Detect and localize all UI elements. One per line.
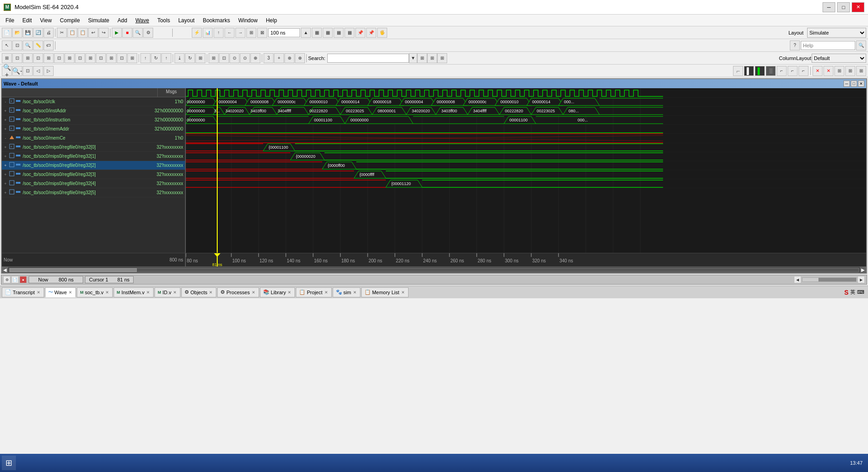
menu-tools[interactable]: Tools xyxy=(154,16,174,25)
tb-wave-sig7[interactable]: ⌐ xyxy=(798,66,808,76)
tb-help-go[interactable]: 🔍 xyxy=(856,40,866,50)
wave-close-btn[interactable]: ✕ xyxy=(858,80,864,87)
taskbar-start[interactable]: ⊞ xyxy=(2,456,16,470)
tb-w7[interactable]: ⊞ xyxy=(65,53,75,63)
search-input[interactable] xyxy=(327,54,409,63)
tb-sim5[interactable]: → xyxy=(235,28,245,38)
tb-zoom-full[interactable]: ⊡ xyxy=(23,66,33,76)
scroll-right-btn[interactable]: ▶ xyxy=(860,267,866,273)
menu-add[interactable]: Add xyxy=(114,16,131,25)
signal-row-clk[interactable]: - + /soc_tb/soc0/clk 1'h0 xyxy=(2,97,185,106)
search-dropdown-btn[interactable]: ▼ xyxy=(409,53,417,63)
tb-undo[interactable]: ↩ xyxy=(88,28,98,38)
tb-w9[interactable]: ⊞ xyxy=(85,53,95,63)
tb-copy[interactable]: 📋 xyxy=(67,28,77,38)
tb-sim12[interactable]: 📌 xyxy=(355,28,365,38)
tb-sim3[interactable]: ↑ xyxy=(214,28,224,38)
scroll-thumb[interactable] xyxy=(10,268,137,272)
tb-zoom-out[interactable]: 🔍- xyxy=(12,66,22,76)
tb-help[interactable]: ? xyxy=(790,40,800,50)
tb-save[interactable]: 💾 xyxy=(23,28,33,38)
tb-wave-x5[interactable]: ⊞ xyxy=(856,66,866,76)
signal-row-reg32-0[interactable]: + + /soc_tb/soc0/mips0/regfile0/reg32[0]… xyxy=(2,143,185,152)
search-go1[interactable]: ⊞ xyxy=(417,53,427,63)
expand-memAddr[interactable]: + xyxy=(2,127,9,131)
tb-zoom-next[interactable]: ▷ xyxy=(44,66,54,76)
expand-reg32-0[interactable]: + xyxy=(2,145,9,150)
expand-reg32-1[interactable]: + xyxy=(2,154,9,159)
tb-find[interactable]: 🔍 xyxy=(133,28,143,38)
tb-label[interactable]: 🏷 xyxy=(44,40,54,50)
tb-paste[interactable]: 📋 xyxy=(78,28,88,38)
signal-row-instAddr[interactable]: + + /soc_tb/soc0/instAddr 32'h00000000 xyxy=(2,106,185,115)
menu-help[interactable]: Help xyxy=(262,16,281,25)
tb-sim6[interactable]: ⊞ xyxy=(246,28,256,38)
tb-w26[interactable]: + xyxy=(274,53,284,63)
tb-w3[interactable]: ⊞ xyxy=(23,53,33,63)
tb-w28[interactable]: ⊕ xyxy=(295,53,305,63)
tab-sim[interactable]: 🐾 sim ✕ xyxy=(333,287,360,297)
menu-simulate[interactable]: Simulate xyxy=(85,16,113,25)
menu-window[interactable]: Window xyxy=(234,16,261,25)
help-search[interactable] xyxy=(801,41,855,50)
signal-row-memAddr[interactable]: + + /soc_tb/soc0/memAddr 32'h00000000 xyxy=(2,125,185,134)
menu-wave[interactable]: Wave xyxy=(132,16,153,25)
scroll-left-btn[interactable]: ◀ xyxy=(2,267,8,273)
sb-scroll-left[interactable]: ◀ xyxy=(794,276,801,283)
tab-id[interactable]: M ID.v ✕ xyxy=(155,287,180,297)
tb-w5[interactable]: ⊞ xyxy=(44,53,54,63)
tb-run[interactable]: ▶ xyxy=(112,28,122,38)
menu-compile[interactable]: Compile xyxy=(56,16,84,25)
tb-w13[interactable]: ⊞ xyxy=(127,53,137,63)
sb-scroll-right[interactable]: ▶ xyxy=(858,276,865,283)
tab-wave-close[interactable]: ✕ xyxy=(68,290,73,295)
tb-w22[interactable]: ⊙ xyxy=(229,53,239,63)
tb-w15[interactable]: ↻ xyxy=(151,53,161,63)
tb-options[interactable]: ⚙ xyxy=(143,28,153,38)
tb-refresh[interactable]: 🔄 xyxy=(33,28,43,38)
tb-print[interactable]: 🖨 xyxy=(44,28,54,38)
tb-open[interactable]: 📂 xyxy=(12,28,22,38)
search-go3[interactable]: ⊞ xyxy=(437,53,447,63)
scroll-track[interactable] xyxy=(9,268,859,272)
tab-wave[interactable]: 〜 Wave ✕ xyxy=(45,287,76,297)
tab-sim-close[interactable]: ✕ xyxy=(353,290,357,295)
tab-library[interactable]: 📚 Library ✕ xyxy=(260,287,295,297)
tb-wave-x2[interactable]: ✕ xyxy=(823,66,833,76)
tb-w2[interactable]: ⊡ xyxy=(12,53,22,63)
tb-w10[interactable]: ⊡ xyxy=(96,53,106,63)
tab-objects[interactable]: ⚙ Objects ✕ xyxy=(181,287,216,297)
tab-soc-tb[interactable]: M soc_tb.v ✕ xyxy=(77,287,112,297)
expand-reg32-4[interactable]: + xyxy=(2,181,9,186)
tb-sim1[interactable]: ⚡ xyxy=(192,28,202,38)
tab-memlist[interactable]: 📋 Memory List ✕ xyxy=(361,287,409,297)
tb-w21[interactable]: ⊡ xyxy=(219,53,229,63)
expand-instAddr[interactable]: + xyxy=(2,109,9,113)
sb-btn3[interactable]: ● xyxy=(20,276,27,283)
signal-row-reg32-2[interactable]: + /soc_tb/soc0/mips0/regfile0/reg32[2] 3… xyxy=(2,161,185,170)
tb-w11[interactable]: ⊞ xyxy=(106,53,116,63)
tb-sim13[interactable]: 📌 xyxy=(366,28,376,38)
tab-id-close[interactable]: ✕ xyxy=(173,290,177,295)
tb-w6[interactable]: ⊡ xyxy=(54,53,64,63)
expand-reg32-2[interactable]: + xyxy=(2,163,9,168)
tb-w12[interactable]: ⊡ xyxy=(117,53,127,63)
tb-sim9[interactable]: ▦ xyxy=(323,28,333,38)
tb-sim10[interactable]: ▦ xyxy=(334,28,344,38)
tb-wave-sig1[interactable]: ⌐ xyxy=(733,66,743,76)
sb-scroll-thumb[interactable] xyxy=(803,278,818,281)
tb-w17[interactable]: ⤓ xyxy=(175,53,185,63)
tb-w8[interactable]: ⊡ xyxy=(75,53,85,63)
tb-w25[interactable]: 3 xyxy=(264,53,274,63)
tb-zoom-area[interactable]: 🔍 xyxy=(23,40,33,50)
wave-restore-btn[interactable]: □ xyxy=(851,80,857,87)
tab-project[interactable]: 📋 Project ✕ xyxy=(296,287,331,297)
tab-project-close[interactable]: ✕ xyxy=(324,290,329,295)
tb-w27[interactable]: ⊕ xyxy=(284,53,294,63)
menu-file[interactable]: File xyxy=(2,16,18,25)
close-button[interactable]: ✕ xyxy=(852,2,864,12)
tab-objects-close[interactable]: ✕ xyxy=(209,290,213,295)
menu-view[interactable]: View xyxy=(36,16,55,25)
tb-w1[interactable]: ⊞ xyxy=(2,53,12,63)
tb-w19[interactable]: ⊞ xyxy=(195,53,205,63)
